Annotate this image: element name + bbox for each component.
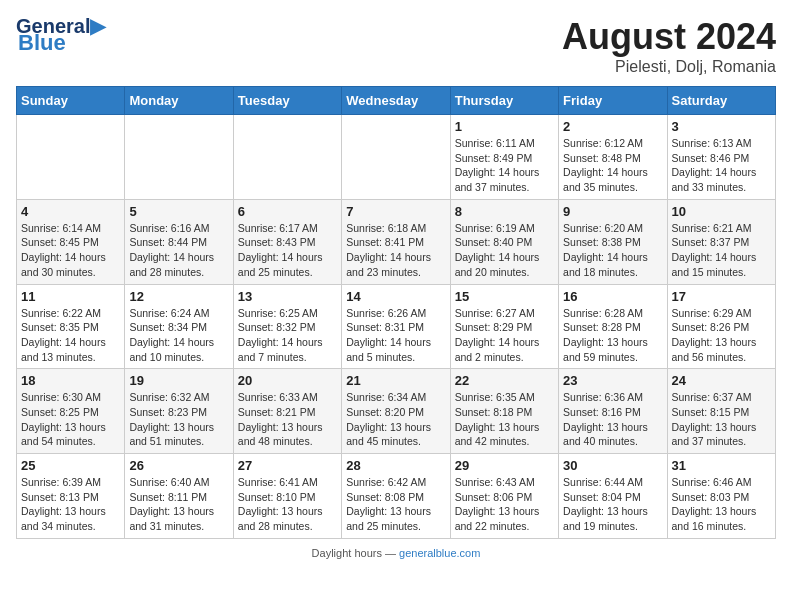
day-info: Sunrise: 6:37 AMSunset: 8:15 PMDaylight:… <box>672 390 771 449</box>
calendar-cell: 21Sunrise: 6:34 AMSunset: 8:20 PMDayligh… <box>342 369 450 454</box>
day-info: Sunrise: 6:39 AMSunset: 8:13 PMDaylight:… <box>21 475 120 534</box>
day-number: 28 <box>346 458 445 473</box>
day-info: Sunrise: 6:42 AMSunset: 8:08 PMDaylight:… <box>346 475 445 534</box>
day-info: Sunrise: 6:13 AMSunset: 8:46 PMDaylight:… <box>672 136 771 195</box>
calendar-cell: 26Sunrise: 6:40 AMSunset: 8:11 PMDayligh… <box>125 454 233 539</box>
day-info: Sunrise: 6:30 AMSunset: 8:25 PMDaylight:… <box>21 390 120 449</box>
title-block: August 2024 Pielesti, Dolj, Romania <box>562 16 776 76</box>
calendar-cell <box>233 115 341 200</box>
calendar-cell: 22Sunrise: 6:35 AMSunset: 8:18 PMDayligh… <box>450 369 558 454</box>
day-info: Sunrise: 6:14 AMSunset: 8:45 PMDaylight:… <box>21 221 120 280</box>
day-info: Sunrise: 6:26 AMSunset: 8:31 PMDaylight:… <box>346 306 445 365</box>
calendar-cell: 23Sunrise: 6:36 AMSunset: 8:16 PMDayligh… <box>559 369 667 454</box>
calendar-cell: 25Sunrise: 6:39 AMSunset: 8:13 PMDayligh… <box>17 454 125 539</box>
calendar-week-row: 4Sunrise: 6:14 AMSunset: 8:45 PMDaylight… <box>17 199 776 284</box>
day-info: Sunrise: 6:35 AMSunset: 8:18 PMDaylight:… <box>455 390 554 449</box>
day-info: Sunrise: 6:21 AMSunset: 8:37 PMDaylight:… <box>672 221 771 280</box>
day-number: 19 <box>129 373 228 388</box>
day-number: 31 <box>672 458 771 473</box>
day-of-week-header: Sunday <box>17 87 125 115</box>
day-of-week-header: Tuesday <box>233 87 341 115</box>
calendar-header-row: SundayMondayTuesdayWednesdayThursdayFrid… <box>17 87 776 115</box>
day-info: Sunrise: 6:16 AMSunset: 8:44 PMDaylight:… <box>129 221 228 280</box>
logo-line2: Blue <box>18 32 66 54</box>
calendar-cell: 30Sunrise: 6:44 AMSunset: 8:04 PMDayligh… <box>559 454 667 539</box>
day-number: 23 <box>563 373 662 388</box>
day-number: 7 <box>346 204 445 219</box>
day-number: 9 <box>563 204 662 219</box>
calendar-week-row: 18Sunrise: 6:30 AMSunset: 8:25 PMDayligh… <box>17 369 776 454</box>
day-number: 30 <box>563 458 662 473</box>
calendar-cell: 16Sunrise: 6:28 AMSunset: 8:28 PMDayligh… <box>559 284 667 369</box>
calendar-cell <box>17 115 125 200</box>
calendar-cell: 13Sunrise: 6:25 AMSunset: 8:32 PMDayligh… <box>233 284 341 369</box>
day-number: 13 <box>238 289 337 304</box>
day-number: 22 <box>455 373 554 388</box>
day-info: Sunrise: 6:25 AMSunset: 8:32 PMDaylight:… <box>238 306 337 365</box>
day-info: Sunrise: 6:19 AMSunset: 8:40 PMDaylight:… <box>455 221 554 280</box>
day-number: 3 <box>672 119 771 134</box>
calendar-cell <box>342 115 450 200</box>
day-number: 27 <box>238 458 337 473</box>
calendar-footer: Daylight hours — generalblue.com <box>16 547 776 559</box>
calendar-cell: 5Sunrise: 6:16 AMSunset: 8:44 PMDaylight… <box>125 199 233 284</box>
day-number: 11 <box>21 289 120 304</box>
calendar-cell: 10Sunrise: 6:21 AMSunset: 8:37 PMDayligh… <box>667 199 775 284</box>
calendar-cell: 28Sunrise: 6:42 AMSunset: 8:08 PMDayligh… <box>342 454 450 539</box>
calendar-cell: 20Sunrise: 6:33 AMSunset: 8:21 PMDayligh… <box>233 369 341 454</box>
day-info: Sunrise: 6:46 AMSunset: 8:03 PMDaylight:… <box>672 475 771 534</box>
day-info: Sunrise: 6:20 AMSunset: 8:38 PMDaylight:… <box>563 221 662 280</box>
footer-link[interactable]: generalblue.com <box>399 547 480 559</box>
calendar-week-row: 1Sunrise: 6:11 AMSunset: 8:49 PMDaylight… <box>17 115 776 200</box>
day-info: Sunrise: 6:12 AMSunset: 8:48 PMDaylight:… <box>563 136 662 195</box>
day-number: 10 <box>672 204 771 219</box>
logo: General▶ Blue <box>16 16 105 54</box>
day-info: Sunrise: 6:11 AMSunset: 8:49 PMDaylight:… <box>455 136 554 195</box>
day-info: Sunrise: 6:22 AMSunset: 8:35 PMDaylight:… <box>21 306 120 365</box>
day-number: 8 <box>455 204 554 219</box>
day-info: Sunrise: 6:44 AMSunset: 8:04 PMDaylight:… <box>563 475 662 534</box>
footer-text: Daylight hours <box>312 547 382 559</box>
day-number: 14 <box>346 289 445 304</box>
calendar-cell: 1Sunrise: 6:11 AMSunset: 8:49 PMDaylight… <box>450 115 558 200</box>
calendar-cell: 11Sunrise: 6:22 AMSunset: 8:35 PMDayligh… <box>17 284 125 369</box>
calendar-cell: 31Sunrise: 6:46 AMSunset: 8:03 PMDayligh… <box>667 454 775 539</box>
calendar-cell: 3Sunrise: 6:13 AMSunset: 8:46 PMDaylight… <box>667 115 775 200</box>
calendar-week-row: 11Sunrise: 6:22 AMSunset: 8:35 PMDayligh… <box>17 284 776 369</box>
day-info: Sunrise: 6:33 AMSunset: 8:21 PMDaylight:… <box>238 390 337 449</box>
day-number: 26 <box>129 458 228 473</box>
calendar-cell: 24Sunrise: 6:37 AMSunset: 8:15 PMDayligh… <box>667 369 775 454</box>
day-number: 6 <box>238 204 337 219</box>
calendar-subtitle: Pielesti, Dolj, Romania <box>562 58 776 76</box>
day-info: Sunrise: 6:34 AMSunset: 8:20 PMDaylight:… <box>346 390 445 449</box>
day-info: Sunrise: 6:43 AMSunset: 8:06 PMDaylight:… <box>455 475 554 534</box>
day-number: 16 <box>563 289 662 304</box>
calendar-cell: 15Sunrise: 6:27 AMSunset: 8:29 PMDayligh… <box>450 284 558 369</box>
calendar-cell: 6Sunrise: 6:17 AMSunset: 8:43 PMDaylight… <box>233 199 341 284</box>
calendar-cell: 27Sunrise: 6:41 AMSunset: 8:10 PMDayligh… <box>233 454 341 539</box>
day-info: Sunrise: 6:40 AMSunset: 8:11 PMDaylight:… <box>129 475 228 534</box>
calendar-cell: 14Sunrise: 6:26 AMSunset: 8:31 PMDayligh… <box>342 284 450 369</box>
calendar-cell: 7Sunrise: 6:18 AMSunset: 8:41 PMDaylight… <box>342 199 450 284</box>
calendar-table: SundayMondayTuesdayWednesdayThursdayFrid… <box>16 86 776 539</box>
day-number: 15 <box>455 289 554 304</box>
day-number: 2 <box>563 119 662 134</box>
calendar-cell: 19Sunrise: 6:32 AMSunset: 8:23 PMDayligh… <box>125 369 233 454</box>
day-info: Sunrise: 6:27 AMSunset: 8:29 PMDaylight:… <box>455 306 554 365</box>
day-info: Sunrise: 6:24 AMSunset: 8:34 PMDaylight:… <box>129 306 228 365</box>
calendar-cell: 18Sunrise: 6:30 AMSunset: 8:25 PMDayligh… <box>17 369 125 454</box>
day-of-week-header: Saturday <box>667 87 775 115</box>
day-number: 20 <box>238 373 337 388</box>
day-number: 29 <box>455 458 554 473</box>
day-number: 4 <box>21 204 120 219</box>
day-info: Sunrise: 6:17 AMSunset: 8:43 PMDaylight:… <box>238 221 337 280</box>
day-of-week-header: Monday <box>125 87 233 115</box>
day-info: Sunrise: 6:32 AMSunset: 8:23 PMDaylight:… <box>129 390 228 449</box>
calendar-week-row: 25Sunrise: 6:39 AMSunset: 8:13 PMDayligh… <box>17 454 776 539</box>
calendar-cell: 4Sunrise: 6:14 AMSunset: 8:45 PMDaylight… <box>17 199 125 284</box>
day-number: 1 <box>455 119 554 134</box>
day-info: Sunrise: 6:18 AMSunset: 8:41 PMDaylight:… <box>346 221 445 280</box>
calendar-cell: 9Sunrise: 6:20 AMSunset: 8:38 PMDaylight… <box>559 199 667 284</box>
day-number: 5 <box>129 204 228 219</box>
day-info: Sunrise: 6:36 AMSunset: 8:16 PMDaylight:… <box>563 390 662 449</box>
